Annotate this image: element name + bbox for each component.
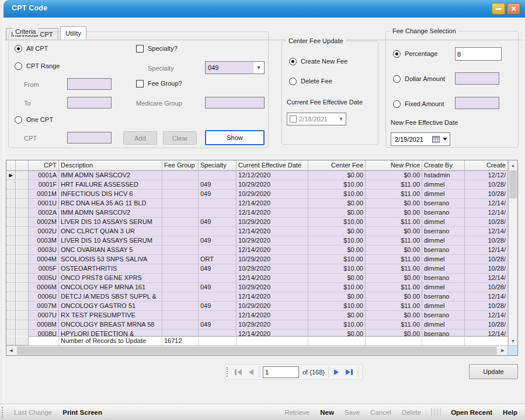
current-fee-date-picker[interactable]: 2/18/2021 ▼ [287, 113, 346, 125]
grid-cell[interactable]: $0.00 [308, 171, 366, 180]
grid-cell[interactable] [162, 246, 199, 255]
row-indicator[interactable] [6, 218, 16, 227]
grid-cell[interactable]: 10/28/ [465, 283, 508, 292]
grid-cell[interactable]: SCOLIOSIS 53 SNPS SALIVA [59, 255, 162, 264]
grid-cell[interactable]: $11.00 [366, 320, 422, 330]
grid-cell[interactable]: $0.00 [366, 330, 422, 336]
grid-cell[interactable]: 12/14/ [465, 274, 508, 283]
grid-cell[interactable] [162, 199, 199, 208]
scroll-up-icon[interactable]: ▲ [509, 160, 517, 170]
grid-cell[interactable]: $10.00 [308, 302, 366, 311]
grid-cell[interactable] [199, 199, 237, 208]
grid-cell[interactable]: $0.00 [308, 246, 366, 255]
grid-cell[interactable]: 10/29/2020 [237, 180, 308, 190]
create-new-fee-radio[interactable] [289, 58, 297, 65]
row-indicator[interactable] [6, 199, 16, 208]
row-selector[interactable] [16, 320, 29, 330]
grid-cell[interactable]: $0.00 [366, 246, 422, 255]
grid-cell[interactable]: 12/14/ [465, 292, 508, 302]
row-selector[interactable] [16, 283, 29, 292]
grid-cell[interactable]: $10.00 [308, 320, 366, 330]
grid-cell[interactable]: $10.00 [308, 180, 366, 190]
add-button[interactable]: Add [123, 131, 157, 145]
row-selector[interactable] [16, 246, 29, 255]
grid-cell[interactable]: $0.00 [308, 199, 366, 208]
grid-cell[interactable]: $0.00 [366, 292, 422, 302]
grid-cell[interactable]: $0.00 [366, 199, 422, 208]
table-row[interactable]: 0005FOSTEOARTHRITIS04910/29/2020$10.00$1… [6, 264, 508, 274]
grid-column-header[interactable] [6, 160, 16, 171]
grid-cell[interactable]: 0007U [29, 311, 59, 320]
grid-cell[interactable]: $11.00 [366, 264, 422, 274]
grid-cell[interactable]: $0.00 [366, 208, 422, 218]
grid-cell[interactable] [162, 236, 199, 246]
grid-cell[interactable]: $11.00 [366, 236, 422, 246]
grid-cell[interactable]: 10/28/ [465, 190, 508, 199]
table-row[interactable]: 0007URX TEST PRESUMPTIVE12/14/2020$0.00$… [6, 311, 508, 320]
grid-cell[interactable]: $0.00 [308, 292, 366, 302]
row-selector[interactable] [16, 255, 29, 264]
row-indicator[interactable] [6, 264, 16, 274]
grid-cell[interactable]: bserrano [422, 227, 465, 236]
row-selector[interactable] [16, 227, 29, 236]
specialty-checkbox[interactable] [136, 45, 144, 52]
grid-cell[interactable]: RBC DNA HEA 35 AG 11 BLD [59, 199, 162, 208]
grid-cell[interactable]: 10/29/2020 [237, 236, 308, 246]
grid-cell[interactable]: 12/14/2020 [237, 311, 308, 320]
grid-cell[interactable]: 0006M [29, 283, 59, 292]
table-row[interactable]: 0007MONCOLOGY GASTRO 5104910/29/2020$10.… [6, 302, 508, 311]
grid-cell[interactable]: 12/14/2020 [237, 246, 308, 255]
grid-cell[interactable] [199, 208, 237, 218]
grid-cell[interactable]: $11.00 [366, 255, 422, 264]
row-indicator[interactable] [6, 180, 16, 190]
table-row[interactable]: 0003UONC OVARIAN ASSAY 512/14/2020$0.00$… [6, 246, 508, 255]
grid-cell[interactable]: 049 [199, 218, 237, 227]
table-row[interactable]: 0001URBC DNA HEA 35 AG 11 BLD12/14/2020$… [6, 199, 508, 208]
grid-cell[interactable]: 0003U [29, 246, 59, 255]
horizontal-scrollbar[interactable]: ◀ ▶ [6, 345, 517, 355]
show-button[interactable]: Show [205, 130, 265, 145]
grid-cell[interactable]: 0005F [29, 264, 59, 274]
grid-cell[interactable]: 0002U [29, 227, 59, 236]
page-number-input[interactable] [263, 366, 299, 378]
grid-cell[interactable] [162, 302, 199, 311]
table-row[interactable]: 0002AIMM ADMN SARSCOV212/14/2020$0.00$0.… [6, 208, 508, 218]
grid-cell[interactable] [162, 218, 199, 227]
scroll-left-icon[interactable]: ◀ [6, 346, 16, 355]
grid-cell[interactable]: $0.00 [366, 227, 422, 236]
grid-cell[interactable]: 10/29/2020 [237, 255, 308, 264]
grid-cell[interactable] [162, 208, 199, 218]
grid-cell[interactable]: OSTEOARTHRITIS [59, 264, 162, 274]
grid-cell[interactable]: 0003M [29, 236, 59, 246]
grid-cell[interactable]: 0002M [29, 218, 59, 227]
grid-cell[interactable]: bserrano [422, 311, 465, 320]
close-button[interactable]: ✕ [507, 3, 520, 15]
date-enable-checkbox[interactable] [290, 116, 297, 123]
row-selector[interactable] [16, 311, 29, 320]
grid-cell[interactable]: 0001A [29, 171, 59, 180]
grid-column-header[interactable] [16, 160, 29, 171]
dollar-amount-field[interactable] [455, 72, 499, 85]
grid-column-header[interactable]: Create By [422, 160, 465, 171]
grid-cell[interactable] [199, 330, 237, 336]
from-field[interactable] [67, 78, 112, 90]
row-indicator[interactable] [6, 283, 16, 292]
grid-cell[interactable]: 12/14/2020 [237, 330, 308, 336]
grid-cell[interactable]: $0.00 [308, 330, 366, 336]
grid-cell[interactable]: IMM ADMN SARSCOV2 [59, 171, 162, 180]
table-row[interactable]: 0008UHPYLORI DETECTION &12/14/2020$0.00$… [6, 330, 508, 336]
grid-cell[interactable]: INFECTIOUS DIS HCV 6 [59, 190, 162, 199]
grid-cell[interactable]: 10/29/2020 [237, 283, 308, 292]
grid-cell[interactable]: ONC CLRCT QUAN 3 UR [59, 227, 162, 236]
grid-cell[interactable]: LIVER DIS 10 ASSAYS SERUM [59, 236, 162, 246]
table-row[interactable]: ▶0001AIMM ADMN SARSCOV212/12/2020$0.00$0… [6, 171, 508, 180]
grid-cell[interactable]: 10/28/ [465, 302, 508, 311]
grid-cell[interactable]: 049 [199, 264, 237, 274]
grid-cell[interactable]: 12/12/2020 [237, 171, 308, 180]
row-indicator[interactable] [6, 208, 16, 218]
grid-cell[interactable]: $0.00 [366, 171, 422, 180]
fixed-amount-radio[interactable] [393, 100, 401, 108]
vertical-scrollbar[interactable]: ▲ ▼ [508, 160, 517, 345]
grid-cell[interactable]: 10/28/ [465, 264, 508, 274]
grid-cell[interactable] [162, 180, 199, 190]
